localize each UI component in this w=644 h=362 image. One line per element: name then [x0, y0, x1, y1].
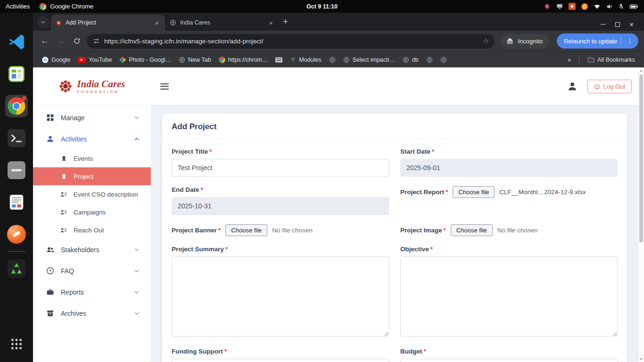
globe-icon [426, 57, 433, 63]
project-summary-textarea[interactable] [172, 256, 389, 337]
project-image-file-name: No file chosen [497, 227, 538, 234]
bookmark-star-icon[interactable]: ☆ [483, 37, 489, 45]
project-report-choose-file-button[interactable]: Choose file [453, 186, 495, 198]
scrollbar-thumb[interactable] [639, 74, 643, 242]
field-project-summary: Project Summary* [172, 246, 389, 338]
sidebar-item-stakeholders[interactable]: Stakeholders [33, 239, 151, 260]
bookmark-select-impact[interactable]: Select impacti… [340, 55, 398, 65]
bookmark-youtube[interactable]: YouTube [74, 55, 115, 65]
user-avatar-icon[interactable] [567, 81, 578, 92]
tab-close-icon[interactable]: × [153, 18, 160, 27]
tab-search-button[interactable] [37, 16, 49, 28]
bookmark-google[interactable]: GGoogle [39, 55, 74, 65]
site-settings-icon[interactable] [92, 37, 100, 45]
project-report-file-name: CLF__Monthl…2024-12-9.xlsx [499, 189, 586, 196]
reload-button[interactable] [71, 35, 83, 47]
sidebar-item-reports[interactable]: Reports [33, 281, 151, 303]
budget-label: Budget* [400, 348, 618, 355]
tray-app-icon-orange [569, 3, 576, 10]
vscode-icon[interactable] [5, 31, 28, 53]
bookmark-chrome-link[interactable]: https://chrom… [215, 55, 272, 65]
relaunch-to-update-button[interactable]: Relaunch to update ⋮ [557, 33, 638, 49]
brand-logo[interactable]: India Cares FOUNDATION [33, 79, 151, 94]
url-text[interactable]: https://icfnv5-staging.icfn.in/manage-se… [104, 38, 479, 45]
bookmark-icon-only-globe[interactable] [423, 55, 436, 65]
required-asterisk: * [430, 246, 433, 253]
bookmark-photos[interactable]: Photo - Googl… [116, 55, 174, 65]
tab-india-cares[interactable]: India Cares × [165, 15, 279, 31]
sidebar-item-archives[interactable]: Archives [33, 303, 151, 324]
sidebar-item-events[interactable]: Events [33, 149, 151, 167]
sidebar-item-campaigns[interactable]: Campaigns [33, 203, 151, 221]
svg-text:?: ? [49, 269, 52, 273]
drawing-app-icon[interactable] [5, 223, 28, 246]
bookmark-icon-only-globe[interactable] [437, 55, 450, 65]
project-image-choose-file-button[interactable]: Choose file [451, 224, 493, 236]
sidebar-item-reach-out[interactable]: Reach Out [33, 221, 151, 239]
close-window-button[interactable]: × [629, 21, 634, 28]
recycle-app-icon[interactable] [5, 257, 28, 280]
sidebar-item-event-cso-description[interactable]: Event CSO description [33, 185, 151, 203]
package-app-icon[interactable] [5, 159, 28, 181]
scroll-up-arrow[interactable]: ▲ [640, 67, 643, 74]
india-cares-emblem-icon [58, 79, 73, 93]
sidebar-item-manage[interactable]: Manage [33, 107, 151, 128]
start-date-input[interactable] [400, 159, 618, 177]
chrome-dock-icon[interactable] [5, 95, 28, 117]
objective-textarea[interactable] [400, 256, 618, 337]
required-asterisk: * [225, 246, 228, 253]
tab-close-icon[interactable]: × [267, 18, 274, 27]
bookmarks-overflow-button[interactable]: » [564, 55, 574, 65]
folder-icon [587, 57, 594, 63]
project-banner-file-name: No file chosen [272, 227, 313, 234]
dock [0, 13, 33, 362]
required-asterisk: * [209, 148, 212, 155]
funding-support-input[interactable] [172, 359, 389, 362]
main-content: Add Project Project Title* Start Date* [151, 105, 644, 362]
bookmark-icon-only-globe[interactable] [326, 55, 339, 65]
required-asterisk: * [444, 227, 446, 234]
page-scrollbar[interactable]: ▲ ▼ [638, 67, 644, 362]
bookmark-db[interactable]: db [399, 55, 422, 65]
project-title-input[interactable] [172, 159, 389, 177]
all-bookmarks-button[interactable]: All Bookmarks [584, 55, 638, 65]
app-grid-button[interactable] [5, 333, 28, 355]
software-update-icon [581, 3, 588, 10]
bookmark-icon-only-keyboard[interactable] [272, 55, 286, 65]
page-title: Add Project [172, 122, 216, 131]
system-tray[interactable] [544, 3, 638, 10]
browser-menu-icon[interactable]: ⋮ [625, 37, 635, 45]
libreoffice-calc-icon[interactable] [5, 63, 28, 85]
logout-button[interactable]: Log Out [587, 80, 632, 93]
sidebar: Manage Activities Events [33, 105, 151, 362]
budget-input[interactable] [400, 359, 618, 362]
end-date-input[interactable] [172, 197, 389, 215]
person-list-icon [60, 227, 67, 234]
chevron-down-icon [134, 289, 140, 295]
sidebar-item-project[interactable]: Project [33, 167, 151, 185]
divider [579, 56, 579, 64]
bookmark-modules[interactable]: Modules [287, 55, 324, 65]
activities-button[interactable]: Activities [6, 3, 30, 10]
document-viewer-icon[interactable] [5, 191, 28, 214]
address-bar[interactable]: https://icfnv5-staging.icfn.in/manage-se… [87, 34, 495, 49]
sidebar-toggle-button[interactable] [157, 81, 172, 92]
project-summary-label: Project Summary* [172, 246, 389, 253]
terminal-icon[interactable] [5, 127, 28, 149]
field-budget: Budget* [400, 348, 618, 362]
back-button[interactable]: ← [39, 35, 51, 47]
bookmark-new-tab[interactable]: New Tab [175, 55, 214, 65]
new-tab-button[interactable]: + [279, 16, 292, 31]
clock[interactable]: Oct 9 11:10 [306, 3, 338, 10]
scroll-down-arrow[interactable]: ▼ [640, 356, 643, 362]
minimize-button[interactable] [601, 24, 606, 25]
chevron-down-icon [134, 311, 140, 316]
forward-button[interactable]: → [55, 35, 67, 47]
maximize-button[interactable] [615, 22, 620, 27]
sidebar-item-activities[interactable]: Activities [33, 128, 151, 149]
project-banner-choose-file-button[interactable]: Choose file [225, 224, 267, 236]
sidebar-item-faq[interactable]: ? FAQ [33, 260, 151, 281]
tab-add-project[interactable]: Add Project × [51, 15, 165, 31]
volume-icon [606, 3, 613, 10]
focused-app-indicator[interactable]: Google Chrome [39, 3, 93, 10]
